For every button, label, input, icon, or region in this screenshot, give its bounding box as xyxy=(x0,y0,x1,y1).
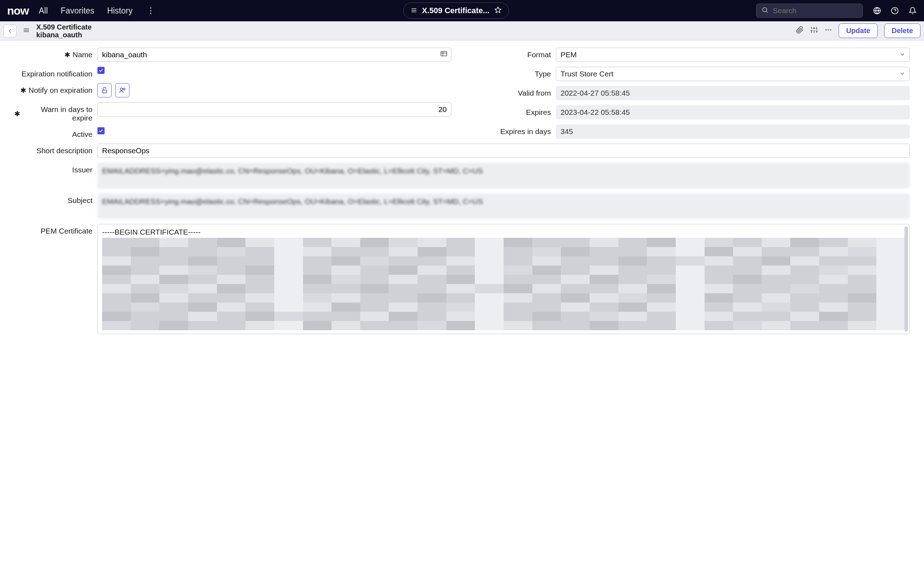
form-right-column: Format PEM Type xyxy=(473,48,910,139)
nav-items: All Favorites History ⋮ xyxy=(39,6,156,16)
breadcrumb-pill[interactable]: X.509 Certificate... xyxy=(403,3,509,19)
logo: now xyxy=(7,4,29,18)
svg-point-29 xyxy=(120,88,123,90)
mandatory-icon: ✱ xyxy=(20,86,26,94)
delete-button[interactable]: Delete xyxy=(884,23,921,38)
issuer-label: Issuer xyxy=(14,163,93,174)
page-title: X.509 Certificate kibana_oauth xyxy=(36,23,92,39)
name-label: ✱ Name xyxy=(14,48,93,59)
svg-point-30 xyxy=(124,88,125,90)
subject-field: EMAILADDRESS=ying.mao@elastic.co, CN=Res… xyxy=(98,193,910,219)
valid-from-label: Valid from xyxy=(473,86,551,97)
svg-point-22 xyxy=(825,29,827,31)
valid-from-field xyxy=(556,86,910,100)
nav-item-all[interactable]: All xyxy=(39,6,48,16)
list-icon xyxy=(411,6,417,16)
nav-more-icon[interactable]: ⋮ xyxy=(145,6,156,15)
menu-icon[interactable] xyxy=(21,24,31,37)
nav-item-history[interactable]: History xyxy=(107,6,133,16)
help-icon[interactable] xyxy=(891,6,899,15)
update-button[interactable]: Update xyxy=(839,23,878,38)
add-user-button[interactable] xyxy=(115,83,130,97)
expiration-notification-checkbox[interactable] xyxy=(98,67,104,74)
top-nav: now All Favorites History ⋮ X.509 Certif… xyxy=(0,0,924,21)
active-checkbox[interactable] xyxy=(98,127,104,134)
svg-point-23 xyxy=(828,29,829,31)
mandatory-icon: ✱ xyxy=(14,109,20,118)
issuer-field: EMAILADDRESS=ying.mao@elastic.co, CN=Res… xyxy=(98,163,910,188)
filter-icon[interactable] xyxy=(810,26,818,36)
back-button[interactable] xyxy=(3,24,16,37)
pem-label: PEM Certificate xyxy=(14,224,93,235)
svg-rect-28 xyxy=(102,90,107,93)
nav-right xyxy=(873,6,917,15)
search-icon xyxy=(761,6,769,16)
svg-marker-3 xyxy=(495,7,501,13)
star-icon[interactable] xyxy=(495,6,501,16)
attachment-icon[interactable] xyxy=(796,26,804,36)
more-icon[interactable] xyxy=(825,26,832,36)
nav-item-favorites[interactable]: Favorites xyxy=(61,6,94,16)
pem-redacted-body xyxy=(102,238,905,330)
type-select[interactable]: Trust Store Cert xyxy=(556,67,910,81)
pem-header-text: -----BEGIN CERTIFICATE----- xyxy=(98,224,909,238)
svg-line-5 xyxy=(766,11,768,13)
pem-certificate-input[interactable]: -----BEGIN CERTIFICATE----- xyxy=(98,224,910,334)
form-area: ✱ Name Expiration notification xyxy=(0,41,924,341)
search-input[interactable] xyxy=(773,6,857,15)
subheader: X.509 Certificate kibana_oauth Update De… xyxy=(0,21,924,41)
active-label: Active xyxy=(14,127,93,139)
page-title-type: X.509 Certificate xyxy=(36,23,92,31)
name-input[interactable] xyxy=(98,48,451,62)
notify-on-expiration-label: ✱ Notify on expiration xyxy=(14,83,93,94)
expires-in-days-label: Expires in days xyxy=(473,124,551,136)
short-description-label: Short description xyxy=(14,144,93,155)
mandatory-icon: ✱ xyxy=(64,50,70,59)
page-title-name: kibana_oauth xyxy=(36,31,92,39)
warn-days-input[interactable] xyxy=(98,102,451,117)
format-select[interactable]: PEM xyxy=(556,48,910,62)
unlock-button[interactable] xyxy=(98,83,112,97)
short-description-input[interactable] xyxy=(98,144,910,158)
warn-days-label: ✱ Warn in days to expire xyxy=(14,102,93,122)
suggestion-icon[interactable] xyxy=(440,50,448,60)
form-left-column: ✱ Name Expiration notification xyxy=(14,48,451,139)
svg-point-24 xyxy=(830,29,831,31)
search-box[interactable] xyxy=(756,3,863,18)
svg-point-4 xyxy=(763,8,767,12)
nav-center: X.509 Certificate... xyxy=(166,3,746,19)
expiration-notification-label: Expiration notification xyxy=(14,67,93,78)
subheader-actions: Update Delete xyxy=(796,23,921,38)
bell-icon[interactable] xyxy=(908,6,917,15)
subject-label: Subject xyxy=(14,193,93,205)
breadcrumb-title: X.509 Certificate... xyxy=(422,6,490,15)
type-label: Type xyxy=(473,67,551,78)
redacted-mosaic xyxy=(102,238,905,330)
svg-rect-25 xyxy=(441,52,447,56)
format-label: Format xyxy=(473,48,551,59)
expires-label: Expires xyxy=(473,105,551,117)
expires-field xyxy=(556,105,910,119)
globe-icon[interactable] xyxy=(873,6,881,15)
scrollbar[interactable] xyxy=(904,226,908,332)
expires-in-days-field xyxy=(556,124,910,139)
